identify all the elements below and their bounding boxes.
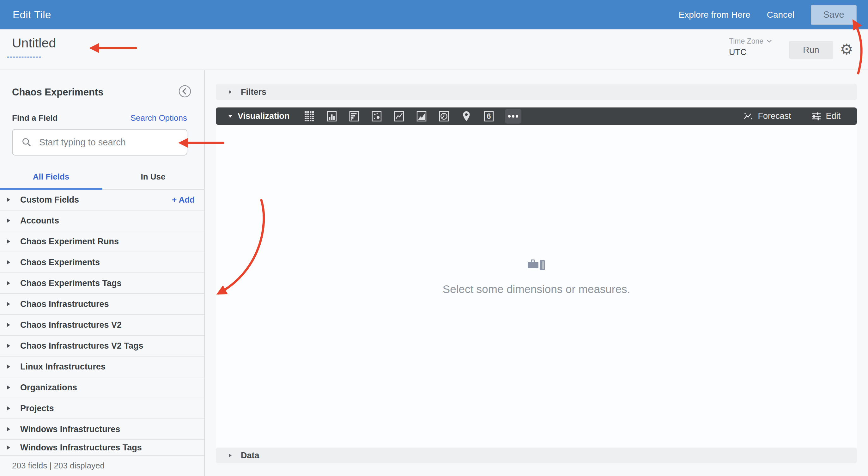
caret-right-icon — [7, 239, 11, 244]
field-group-label: Custom Fields — [20, 195, 79, 205]
explore-title: Chaos Experiments — [12, 87, 103, 98]
field-group-label: Projects — [20, 404, 54, 413]
caret-right-icon — [7, 302, 11, 306]
dialog-title: Edit Tile — [13, 9, 51, 21]
field-group-row[interactable]: Organizations — [0, 377, 204, 398]
caret-right-icon — [7, 427, 11, 432]
viz-empty-state: Select some dimensions or measures. — [443, 258, 630, 296]
field-group-row[interactable]: Chaos Infrastructures V2 — [0, 315, 204, 336]
field-group-row[interactable]: Chaos Experiments — [0, 252, 204, 273]
caret-right-icon — [7, 344, 11, 348]
caret-right-icon — [7, 198, 11, 202]
forecast-label: Forecast — [758, 111, 791, 121]
edit-tile-dialog: Edit Tile Explore from Here Cancel Save … — [0, 0, 868, 476]
more-viz-types-icon[interactable] — [505, 109, 521, 124]
viz-type-area-icon[interactable] — [415, 109, 428, 124]
field-group-row[interactable]: Windows Infrastructures Tags — [0, 440, 204, 456]
field-search-input[interactable] — [38, 137, 180, 148]
viz-type-bar-icon[interactable] — [348, 109, 361, 124]
data-label: Data — [241, 451, 259, 460]
field-group-row[interactable]: Projects — [0, 398, 204, 419]
field-search-box[interactable] — [12, 129, 187, 155]
caret-right-icon — [228, 453, 232, 458]
run-button[interactable]: Run — [789, 41, 833, 59]
tab-all-fields[interactable]: All Fields — [0, 165, 102, 189]
field-group-row[interactable]: Chaos Experiment Runs — [0, 231, 204, 252]
viz-type-column-icon[interactable] — [326, 109, 338, 124]
forecast-sparkle-icon — [743, 112, 753, 121]
viz-type-pie-icon[interactable] — [438, 109, 450, 124]
filters-section-header[interactable]: Filters — [216, 84, 857, 100]
field-group-row[interactable]: Chaos Experiments Tags — [0, 273, 204, 294]
caret-right-icon — [7, 218, 11, 223]
caret-right-icon — [7, 260, 11, 265]
flashlight-icon — [526, 258, 547, 272]
chevron-down-icon — [767, 39, 772, 43]
time-zone-selector[interactable]: Time Zone UTC — [729, 37, 773, 57]
field-group-label: Organizations — [20, 383, 77, 392]
field-group-label: Linux Infrastructures — [20, 362, 105, 372]
visualization-section-header: Visualization — [216, 108, 857, 125]
field-group-label: Chaos Infrastructures V2 — [20, 320, 122, 330]
viz-type-scatterplot-icon[interactable] — [370, 109, 383, 124]
field-picker-sidebar: Chaos Experiments Find a Field Search Op… — [0, 70, 205, 476]
query-toolbar: Untitled Time Zone UTC Run ⚙ — [0, 29, 868, 70]
add-custom-field-button[interactable]: + Add — [172, 195, 195, 205]
field-group-list: Custom Fields + Add Accounts Chaos Exper… — [0, 190, 204, 456]
chevron-left-circle-icon — [178, 85, 191, 98]
field-group-label: Chaos Experiments Tags — [20, 278, 122, 288]
caret-right-icon — [228, 90, 232, 94]
svg-text:6: 6 — [487, 112, 491, 120]
field-tabs: All Fields In Use — [0, 165, 204, 190]
caret-right-icon — [7, 406, 11, 411]
data-section-header[interactable]: Filters Data — [216, 448, 857, 463]
tab-in-use[interactable]: In Use — [102, 165, 204, 189]
forecast-button[interactable]: Forecast — [743, 111, 791, 121]
time-zone-label: Time Zone — [729, 37, 764, 46]
cancel-button[interactable]: Cancel — [767, 10, 795, 20]
caret-down-icon[interactable] — [228, 115, 232, 118]
caret-right-icon — [7, 445, 11, 450]
field-group-label: Chaos Infrastructures — [20, 299, 109, 309]
field-group-row[interactable]: Linux Infrastructures — [0, 357, 204, 377]
field-group-label: Chaos Infrastructures V2 Tags — [20, 341, 144, 351]
caret-right-icon — [7, 364, 11, 369]
time-zone-value: UTC — [729, 48, 773, 57]
top-bar-actions: Explore from Here Cancel Save — [679, 5, 857, 25]
field-group-row[interactable]: Windows Infrastructures — [0, 419, 204, 440]
edit-viz-button[interactable]: Edit — [811, 111, 840, 121]
field-group-row[interactable]: Accounts — [0, 210, 204, 231]
gear-icon[interactable]: ⚙ — [838, 39, 855, 59]
field-group-custom-fields[interactable]: Custom Fields + Add — [0, 190, 204, 210]
viz-type-line-icon[interactable] — [393, 109, 405, 124]
caret-right-icon — [7, 385, 11, 390]
save-button[interactable]: Save — [811, 5, 857, 25]
sliders-icon — [811, 112, 821, 121]
edit-viz-label: Edit — [826, 111, 840, 121]
search-options-link[interactable]: Search Options — [130, 113, 187, 123]
field-group-label: Accounts — [20, 216, 59, 226]
caret-right-icon — [7, 323, 11, 327]
visualization-canvas: Select some dimensions or measures. — [216, 125, 857, 448]
main-content: Filters Visualization — [205, 70, 868, 476]
caret-right-icon — [7, 281, 11, 286]
field-group-label: Chaos Experiments — [20, 258, 100, 267]
search-icon — [22, 137, 32, 148]
tile-title-input[interactable]: Untitled — [12, 36, 56, 51]
field-group-label: Chaos Experiment Runs — [20, 237, 119, 246]
visualization-label[interactable]: Visualization — [238, 111, 290, 121]
field-count-status: 203 fields | 203 displayed — [12, 461, 104, 471]
explore-from-here-button[interactable]: Explore from Here — [679, 10, 750, 20]
field-group-label: Windows Infrastructures Tags — [20, 443, 142, 453]
empty-state-message: Select some dimensions or measures. — [443, 283, 630, 296]
filters-label: Filters — [241, 87, 267, 97]
viz-type-table-icon[interactable] — [303, 109, 316, 124]
collapse-sidebar-button[interactable] — [178, 85, 191, 98]
field-group-row[interactable]: Chaos Infrastructures — [0, 294, 204, 315]
viz-type-single-value-icon[interactable]: 6 — [483, 109, 495, 124]
field-group-row[interactable]: Chaos Infrastructures V2 Tags — [0, 336, 204, 357]
find-a-field-label: Find a Field — [12, 113, 58, 123]
field-group-label: Windows Infrastructures — [20, 424, 120, 434]
viz-type-picker: 6 — [303, 109, 521, 124]
viz-type-map-icon[interactable] — [460, 109, 473, 124]
